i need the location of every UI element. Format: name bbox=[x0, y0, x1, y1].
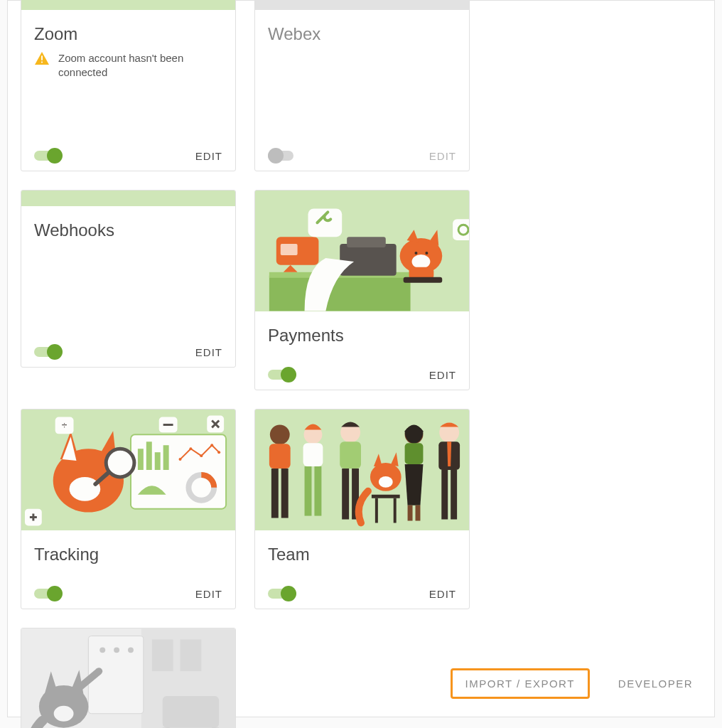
card-payments-edit-button[interactable]: EDIT bbox=[429, 369, 456, 381]
svg-point-41 bbox=[270, 424, 290, 444]
svg-point-74 bbox=[99, 647, 105, 653]
card-webhooks-title: Webhooks bbox=[34, 220, 222, 240]
card-payments-image bbox=[255, 191, 469, 311]
svg-point-75 bbox=[114, 647, 119, 653]
card-zoom-title: Zoom bbox=[34, 24, 222, 44]
svg-rect-51 bbox=[342, 469, 349, 520]
svg-point-9 bbox=[415, 252, 418, 255]
svg-point-8 bbox=[412, 255, 431, 269]
card-team-edit-button[interactable]: EDIT bbox=[429, 588, 456, 600]
svg-point-28 bbox=[217, 451, 220, 454]
svg-rect-69 bbox=[180, 639, 202, 671]
svg-rect-70 bbox=[163, 696, 219, 728]
svg-rect-22 bbox=[155, 452, 161, 470]
developer-button[interactable]: DEVELOPER bbox=[618, 678, 693, 690]
card-tracking: ÷ Tracking EDIT bbox=[21, 409, 236, 609]
card-webhooks-image bbox=[21, 191, 235, 206]
card-webex: Webex EDIT bbox=[254, 0, 470, 171]
svg-point-78 bbox=[54, 706, 74, 722]
card-webex-edit-button[interactable]: EDIT bbox=[429, 150, 456, 162]
card-payments-toggle[interactable] bbox=[268, 367, 296, 382]
svg-rect-5 bbox=[340, 244, 396, 276]
svg-rect-14 bbox=[281, 244, 298, 255]
svg-rect-65 bbox=[451, 470, 457, 520]
svg-rect-68 bbox=[152, 639, 173, 671]
svg-rect-48 bbox=[314, 466, 321, 516]
svg-rect-42 bbox=[269, 444, 291, 469]
card-webex-toggle[interactable] bbox=[268, 148, 296, 164]
svg-point-32 bbox=[106, 449, 134, 477]
svg-rect-16 bbox=[453, 219, 469, 240]
svg-rect-6 bbox=[347, 237, 386, 247]
card-zoom-image bbox=[21, 0, 235, 10]
svg-rect-54 bbox=[375, 498, 378, 523]
svg-rect-1 bbox=[41, 62, 43, 63]
svg-point-25 bbox=[189, 447, 192, 450]
svg-rect-64 bbox=[441, 470, 448, 520]
card-tracking-image: ÷ bbox=[21, 410, 235, 530]
card-grid: Zoom Zoom account hasn't been connected … bbox=[21, 0, 701, 728]
card-payments: Payments EDIT bbox=[254, 190, 470, 390]
card-webhooks-toggle[interactable] bbox=[34, 344, 63, 360]
svg-rect-55 bbox=[394, 498, 397, 523]
svg-rect-50 bbox=[340, 441, 361, 469]
svg-rect-43 bbox=[271, 469, 279, 518]
card-resources-image bbox=[21, 628, 235, 728]
svg-point-31 bbox=[70, 477, 101, 501]
card-tracking-title: Tracking bbox=[34, 545, 222, 564]
card-zoom-warning: Zoom account hasn't been connected bbox=[34, 51, 222, 80]
card-tracking-edit-button[interactable]: EDIT bbox=[195, 588, 222, 600]
svg-point-26 bbox=[200, 454, 203, 457]
svg-rect-46 bbox=[303, 443, 323, 466]
card-webhooks: Webhooks EDIT bbox=[21, 190, 236, 368]
svg-rect-59 bbox=[405, 443, 424, 464]
svg-rect-44 bbox=[281, 469, 289, 518]
svg-rect-61 bbox=[416, 505, 421, 521]
card-zoom: Zoom Zoom account hasn't been connected … bbox=[21, 0, 236, 171]
card-team-title: Team bbox=[268, 545, 456, 564]
svg-text:÷: ÷ bbox=[62, 419, 68, 431]
svg-point-76 bbox=[128, 647, 134, 653]
card-zoom-edit-button[interactable]: EDIT bbox=[195, 150, 222, 162]
svg-point-24 bbox=[179, 458, 182, 461]
svg-rect-23 bbox=[163, 445, 169, 470]
svg-rect-21 bbox=[146, 441, 152, 470]
svg-rect-0 bbox=[41, 55, 43, 60]
svg-rect-15 bbox=[308, 208, 343, 237]
card-webex-image bbox=[255, 0, 469, 10]
card-resources: Resources EDIT bbox=[21, 628, 236, 728]
card-team-image bbox=[255, 410, 469, 530]
svg-point-57 bbox=[379, 476, 393, 488]
card-zoom-warning-text: Zoom account hasn't been connected bbox=[58, 51, 222, 80]
warning-icon bbox=[34, 51, 50, 69]
svg-rect-60 bbox=[408, 505, 413, 521]
svg-point-10 bbox=[425, 252, 428, 255]
svg-rect-47 bbox=[305, 466, 312, 516]
svg-rect-12 bbox=[404, 277, 443, 283]
svg-rect-3 bbox=[269, 276, 411, 311]
import-export-button[interactable]: IMPORT / EXPORT bbox=[451, 668, 590, 699]
integrations-panel: Zoom Zoom account hasn't been connected … bbox=[7, 0, 715, 717]
card-team: Team EDIT bbox=[254, 409, 470, 609]
svg-point-27 bbox=[210, 444, 213, 446]
svg-rect-53 bbox=[372, 495, 400, 498]
card-team-toggle[interactable] bbox=[268, 586, 296, 601]
svg-rect-20 bbox=[138, 449, 144, 470]
card-webhooks-edit-button[interactable]: EDIT bbox=[195, 346, 222, 358]
card-zoom-toggle[interactable] bbox=[34, 148, 63, 164]
card-webex-title: Webex bbox=[268, 24, 456, 44]
card-tracking-toggle[interactable] bbox=[34, 586, 63, 601]
bottom-actions: IMPORT / EXPORT DEVELOPER bbox=[451, 668, 693, 699]
card-payments-title: Payments bbox=[268, 326, 456, 346]
